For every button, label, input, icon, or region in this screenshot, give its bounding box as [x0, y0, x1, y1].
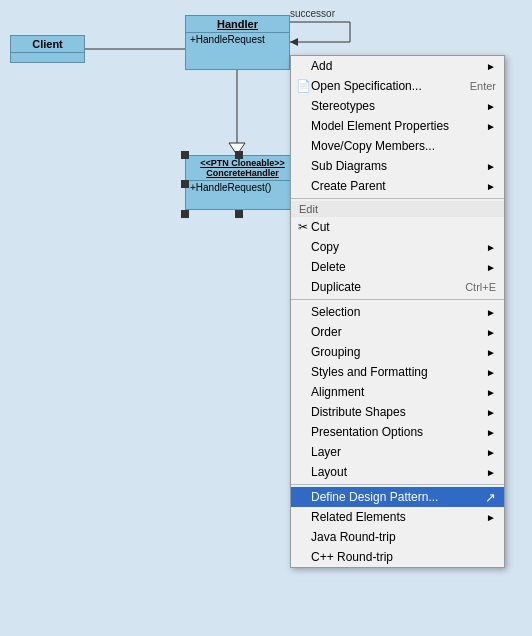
arrow-icon: ►: [486, 121, 496, 132]
menu-item-distribute-shapes[interactable]: Distribute Shapes ►: [291, 402, 504, 422]
menu-item-add[interactable]: Add ►: [291, 56, 504, 76]
edit-section-label: Edit: [291, 201, 504, 217]
concrete-box-title: <<PTN Cloneable>>ConcreteHandler: [186, 156, 299, 181]
arrow-icon: ►: [486, 262, 496, 273]
menu-item-define-design-pattern[interactable]: Define Design Pattern... ↗: [291, 487, 504, 507]
cut-icon: ✂: [295, 220, 311, 234]
arrow-icon: ►: [486, 447, 496, 458]
arrow-icon: ►: [486, 307, 496, 318]
arrow-icon: ►: [486, 347, 496, 358]
menu-item-layout[interactable]: Layout ►: [291, 462, 504, 482]
client-uml-box[interactable]: Client: [10, 35, 85, 63]
menu-item-selection[interactable]: Selection ►: [291, 302, 504, 322]
cursor-icon: ↗: [485, 490, 496, 505]
menu-item-move-copy[interactable]: Move/Copy Members...: [291, 136, 504, 156]
separator-1: [291, 198, 504, 199]
menu-item-model-element-properties[interactable]: Model Element Properties ►: [291, 116, 504, 136]
menu-item-cpp-round-trip[interactable]: C++ Round-trip: [291, 547, 504, 567]
arrow-icon: ►: [486, 387, 496, 398]
arrow-icon: ►: [486, 161, 496, 172]
menu-item-cut[interactable]: ✂ Cut: [291, 217, 504, 237]
concrete-method: +HandleRequest(): [186, 181, 299, 194]
menu-item-duplicate[interactable]: Duplicate Ctrl+E: [291, 277, 504, 297]
arrow-icon: ►: [486, 367, 496, 378]
svg-marker-4: [290, 38, 298, 46]
menu-item-styles-formatting[interactable]: Styles and Formatting ►: [291, 362, 504, 382]
separator-2: [291, 299, 504, 300]
menu-item-java-round-trip[interactable]: Java Round-trip: [291, 527, 504, 547]
handler-method: +HandleRequest: [186, 33, 289, 46]
menu-item-open-spec[interactable]: 📄 Open Specification... Enter: [291, 76, 504, 96]
arrow-icon: ►: [486, 327, 496, 338]
svg-rect-13: [235, 210, 243, 218]
menu-item-delete[interactable]: Delete ►: [291, 257, 504, 277]
arrow-icon: ►: [486, 61, 496, 72]
svg-rect-12: [181, 210, 189, 218]
menu-item-alignment[interactable]: Alignment ►: [291, 382, 504, 402]
menu-item-stereotypes[interactable]: Stereotypes ►: [291, 96, 504, 116]
menu-item-presentation-options[interactable]: Presentation Options ►: [291, 422, 504, 442]
spec-icon: 📄: [295, 79, 311, 93]
arrow-icon: ►: [486, 181, 496, 192]
concrete-uml-box[interactable]: <<PTN Cloneable>>ConcreteHandler +Handle…: [185, 155, 300, 210]
menu-item-related-elements[interactable]: Related Elements ►: [291, 507, 504, 527]
arrow-icon: ►: [486, 242, 496, 253]
menu-item-sub-diagrams[interactable]: Sub Diagrams ►: [291, 156, 504, 176]
menu-item-order[interactable]: Order ►: [291, 322, 504, 342]
client-box-title: Client: [11, 36, 84, 53]
successor-label: successor: [290, 8, 335, 19]
handler-uml-box[interactable]: Handler +HandleRequest: [185, 15, 290, 70]
arrow-icon: ►: [486, 407, 496, 418]
handler-box-title: Handler: [186, 16, 289, 33]
menu-item-layer[interactable]: Layer ►: [291, 442, 504, 462]
arrow-icon: ►: [486, 512, 496, 523]
diagram-canvas: successor Client Handler +HandleRequest …: [0, 0, 532, 636]
menu-item-copy[interactable]: Copy ►: [291, 237, 504, 257]
arrow-icon: ►: [486, 427, 496, 438]
context-menu: Add ► 📄 Open Specification... Enter Ster…: [290, 55, 505, 568]
menu-item-create-parent[interactable]: Create Parent ►: [291, 176, 504, 196]
arrow-icon: ►: [486, 467, 496, 478]
arrow-icon: ►: [486, 101, 496, 112]
menu-item-grouping[interactable]: Grouping ►: [291, 342, 504, 362]
separator-3: [291, 484, 504, 485]
svg-marker-6: [229, 143, 245, 155]
